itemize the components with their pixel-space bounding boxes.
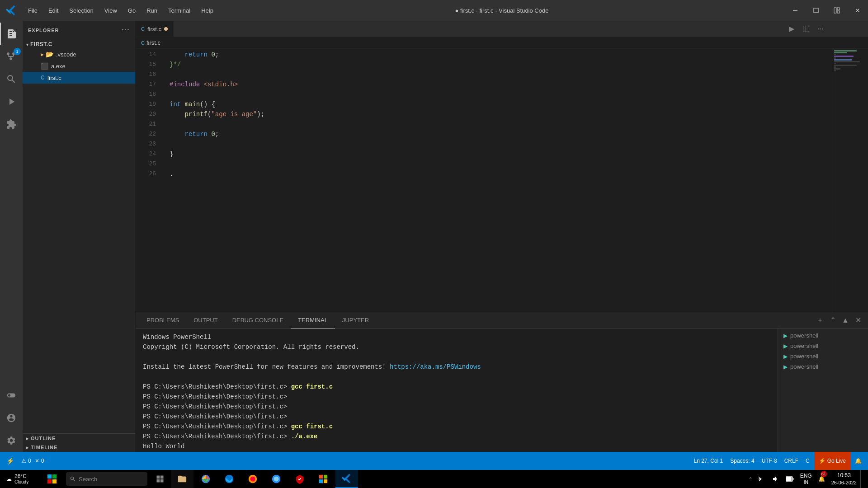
edge-taskbar[interactable] [218, 470, 241, 488]
svg-rect-3 [837, 11, 840, 13]
notification-area[interactable]: 🔔 61 [816, 470, 828, 488]
tab-bar: C first.c ▶ ··· [136, 21, 868, 37]
show-desktop-button[interactable] [860, 470, 864, 488]
tab-debug-console[interactable]: DEBUG CONSOLE [225, 312, 291, 328]
firefox-taskbar[interactable] [241, 470, 264, 488]
battery-icon[interactable] [783, 470, 797, 488]
run-code-button[interactable]: ▶ [785, 22, 798, 36]
activity-remote[interactable] [0, 384, 23, 407]
activity-explorer[interactable] [0, 23, 23, 45]
terminal-line: Install the latest PowerShell for new fe… [143, 362, 770, 372]
powershell-icon: ▶ [783, 364, 788, 370]
terminal-instance-4[interactable]: ▶ powershell [778, 361, 868, 372]
error-icon: ⚠ [21, 458, 26, 464]
file-explorer-taskbar[interactable] [171, 470, 193, 488]
terminal-line: PS C:\Users\Rushikesh\Desktop\first.c> [143, 451, 770, 452]
file-aexe[interactable]: ⬛ a.exe [23, 60, 135, 72]
cursor-position[interactable]: Ln 27, Col 1 [691, 452, 726, 470]
mcafee-taskbar[interactable] [288, 470, 311, 488]
activity-search[interactable] [0, 68, 23, 90]
ms-store-taskbar[interactable] [312, 470, 335, 488]
status-bar: ⚡ ⚠ 0 ✕ 0 Ln 27, Col 1 Spaces: 4 UTF-8 C… [0, 452, 868, 470]
timeline-arrow-icon: ▸ [26, 445, 29, 450]
code-editor[interactable]: 14 15 16 17 18 19 20 21 22 23 24 25 26 [136, 49, 832, 312]
terminal-close-button[interactable]: ✕ [852, 314, 864, 327]
terminal-panel: PROBLEMS OUTPUT DEBUG CONSOLE TERMINAL J… [136, 312, 868, 452]
start-button[interactable] [41, 470, 63, 488]
copilot-taskbar[interactable] [265, 470, 288, 488]
terminal-instance-2[interactable]: ▶ powershell [778, 341, 868, 351]
encoding-status[interactable]: UTF-8 [759, 452, 780, 470]
activity-account[interactable] [0, 407, 23, 429]
terminal-instance-1[interactable]: ▶ powershell [778, 330, 868, 341]
menu-selection[interactable]: Selection [64, 0, 99, 21]
menu-edit[interactable]: Edit [43, 0, 64, 21]
terminal-maximize-button[interactable]: ▲ [839, 314, 852, 327]
spaces-status[interactable]: Spaces: 4 [727, 452, 757, 470]
file-firstc[interactable]: C first.c [23, 72, 135, 84]
tab-problems[interactable]: PROBLEMS [139, 312, 186, 328]
menu-run[interactable]: Run [141, 0, 163, 21]
tab-output[interactable]: OUTPUT [186, 312, 225, 328]
explorer-section: ▾ FIRST.C ▸ 📂 .vscode ⬛ a.exe C first.c [23, 39, 135, 84]
terminal-content[interactable]: Windows PowerShell Copyright (C) Microso… [136, 328, 778, 452]
folder-name: FIRST.C [30, 41, 52, 47]
source-control-badge: 1 [14, 48, 21, 55]
language-status[interactable]: C [803, 452, 812, 470]
svg-rect-2 [837, 8, 840, 10]
terminal-line: Hello World [143, 441, 770, 451]
language-input[interactable]: ENG IN [797, 470, 815, 488]
folder-firstc[interactable]: ▾ FIRST.C [23, 40, 135, 48]
terminal-split-button[interactable]: ⌃ [826, 314, 839, 327]
temperature: 26°C [14, 473, 28, 479]
network-icon[interactable] [756, 470, 769, 488]
tray-icons[interactable]: ⌃ [746, 470, 755, 488]
svg-rect-0 [814, 8, 818, 13]
powershell-icon: ▶ [783, 343, 788, 349]
activity-run-debug[interactable] [0, 90, 23, 113]
warning-icon: ✕ [35, 458, 39, 464]
activity-extensions[interactable] [0, 113, 23, 136]
task-view-button[interactable] [150, 470, 170, 488]
layout-button[interactable] [826, 0, 847, 21]
more-actions-button[interactable]: ··· [814, 22, 827, 36]
folder-icon: ▸ 📂 [41, 51, 53, 58]
terminal-instance-3[interactable]: ▶ powershell [778, 351, 868, 361]
clock-display[interactable]: 10:53 26-06-2022 [829, 470, 859, 488]
tab-firstc[interactable]: C first.c [136, 21, 174, 37]
minimize-button[interactable]: ─ [785, 0, 806, 21]
terminal-line: PS C:\Users\Rushikesh\Desktop\first.c> g… [143, 422, 770, 432]
date-display: 26-06-2022 [831, 479, 857, 486]
close-button[interactable]: ✕ [847, 0, 868, 21]
maximize-button[interactable] [806, 0, 826, 21]
terminal-link[interactable]: https://aka.ms/PSWindows [390, 363, 481, 371]
outline-header[interactable]: ▸ OUTLINE [23, 434, 135, 443]
split-editor-button[interactable] [799, 22, 813, 36]
taskbar: ☁ 26°C Cloudy Search [0, 470, 868, 488]
line-ending-status[interactable]: CRLF [782, 452, 801, 470]
vscode-taskbar[interactable] [335, 470, 358, 488]
timeline-header[interactable]: ▸ TIMELINE [23, 443, 135, 452]
menu-terminal[interactable]: Terminal [163, 0, 196, 21]
weather-widget[interactable]: ☁ 26°C Cloudy [4, 470, 40, 488]
file-vscode[interactable]: ▸ 📂 .vscode [23, 48, 135, 60]
menu-help[interactable]: Help [196, 0, 219, 21]
menu-go[interactable]: Go [123, 0, 141, 21]
chrome-taskbar[interactable] [194, 470, 217, 488]
menu-view[interactable]: View [99, 0, 123, 21]
activity-settings[interactable] [0, 429, 23, 452]
code-content[interactable]: return 0; }*/ #include <stdio.h> int mai… [160, 49, 832, 312]
sidebar-more-button[interactable]: ··· [122, 25, 130, 35]
tab-jupyter[interactable]: JUPYTER [335, 312, 376, 328]
volume-icon[interactable] [769, 470, 782, 488]
remote-status[interactable]: ⚡ [4, 452, 17, 470]
folder-arrow-icon: ▾ [26, 42, 28, 47]
notification-status[interactable]: 🔔 [852, 452, 864, 470]
terminal-new-button[interactable]: + [814, 314, 826, 327]
tab-terminal[interactable]: TERMINAL [291, 312, 335, 328]
activity-source-control[interactable]: 1 [0, 45, 23, 68]
menu-file[interactable]: File [23, 0, 43, 21]
go-live-status[interactable]: ⚡ Go Live [814, 452, 850, 470]
error-count[interactable]: ⚠ 0 ✕ 0 [19, 452, 47, 470]
taskbar-search[interactable]: Search [66, 472, 147, 486]
